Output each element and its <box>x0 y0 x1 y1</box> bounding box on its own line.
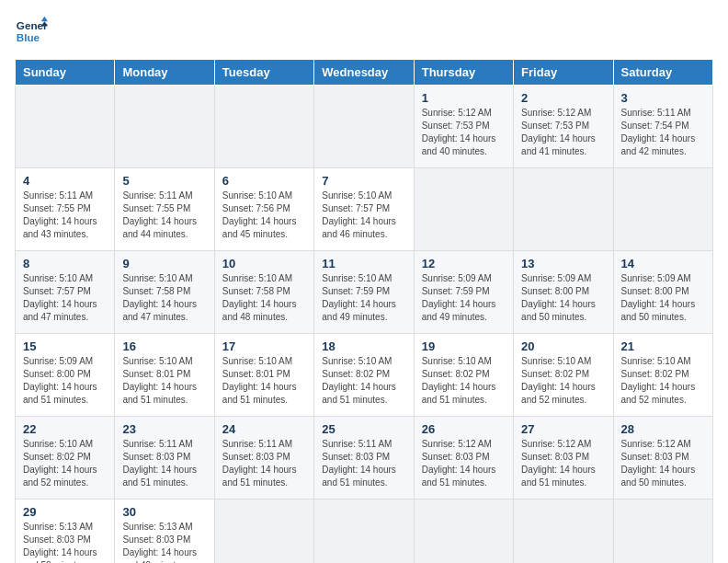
calendar-cell <box>314 86 414 168</box>
day-info: Sunrise: 5:10 AMSunset: 8:02 PMDaylight:… <box>322 356 396 405</box>
calendar-cell: 1 Sunrise: 5:12 AMSunset: 7:53 PMDayligh… <box>414 86 513 168</box>
day-info: Sunrise: 5:10 AMSunset: 7:59 PMDaylight:… <box>322 273 396 322</box>
day-info: Sunrise: 5:09 AMSunset: 8:00 PMDaylight:… <box>521 273 596 322</box>
day-number: 8 <box>23 257 107 270</box>
calendar-cell: 11 Sunrise: 5:10 AMSunset: 7:59 PMDaylig… <box>314 251 414 334</box>
day-info: Sunrise: 5:12 AMSunset: 8:03 PMDaylight:… <box>521 439 596 488</box>
day-info: Sunrise: 5:10 AMSunset: 7:57 PMDaylight:… <box>23 273 97 322</box>
week-row-4: 15 Sunrise: 5:09 AMSunset: 8:00 PMDaylig… <box>16 334 713 417</box>
day-info: Sunrise: 5:10 AMSunset: 8:01 PMDaylight:… <box>122 356 197 405</box>
week-row-1: 1 Sunrise: 5:12 AMSunset: 7:53 PMDayligh… <box>16 86 713 168</box>
header-day-thursday: Thursday <box>414 60 513 86</box>
calendar-cell: 7 Sunrise: 5:10 AMSunset: 7:57 PMDayligh… <box>314 168 414 251</box>
calendar-cell: 30 Sunrise: 5:13 AMSunset: 8:03 PMDaylig… <box>115 500 214 564</box>
header-day-wednesday: Wednesday <box>314 60 414 86</box>
calendar-cell: 27 Sunrise: 5:12 AMSunset: 8:03 PMDaylig… <box>514 417 613 500</box>
calendar-cell: 19 Sunrise: 5:10 AMSunset: 8:02 PMDaylig… <box>414 334 513 417</box>
calendar-cell: 5 Sunrise: 5:11 AMSunset: 7:55 PMDayligh… <box>115 168 214 251</box>
week-row-5: 22 Sunrise: 5:10 AMSunset: 8:02 PMDaylig… <box>16 417 713 500</box>
day-info: Sunrise: 5:10 AMSunset: 7:56 PMDaylight:… <box>222 190 297 239</box>
day-number: 21 <box>621 339 705 353</box>
day-number: 18 <box>322 339 405 353</box>
day-info: Sunrise: 5:12 AMSunset: 7:53 PMDaylight:… <box>521 108 596 156</box>
day-number: 22 <box>23 422 107 436</box>
svg-text:Blue: Blue <box>17 31 40 43</box>
calendar-cell <box>214 500 313 564</box>
day-number: 7 <box>322 174 405 188</box>
calendar-cell: 24 Sunrise: 5:11 AMSunset: 8:03 PMDaylig… <box>214 417 313 500</box>
day-number: 13 <box>521 257 605 270</box>
day-info: Sunrise: 5:13 AMSunset: 8:03 PMDaylight:… <box>23 522 97 563</box>
calendar-cell <box>514 168 613 251</box>
day-number: 16 <box>122 339 206 353</box>
day-number: 3 <box>621 91 705 105</box>
day-number: 26 <box>422 422 506 436</box>
day-number: 11 <box>322 257 405 270</box>
calendar-cell: 26 Sunrise: 5:12 AMSunset: 8:03 PMDaylig… <box>414 417 513 500</box>
day-info: Sunrise: 5:11 AMSunset: 7:55 PMDaylight:… <box>23 190 97 239</box>
day-info: Sunrise: 5:12 AMSunset: 8:03 PMDaylight:… <box>422 439 496 488</box>
calendar-cell: 17 Sunrise: 5:10 AMSunset: 8:01 PMDaylig… <box>214 334 313 417</box>
calendar-cell: 4 Sunrise: 5:11 AMSunset: 7:55 PMDayligh… <box>16 168 115 251</box>
calendar-cell <box>115 86 214 168</box>
calendar-cell: 15 Sunrise: 5:09 AMSunset: 8:00 PMDaylig… <box>16 334 115 417</box>
week-row-3: 8 Sunrise: 5:10 AMSunset: 7:57 PMDayligh… <box>16 251 713 334</box>
day-info: Sunrise: 5:10 AMSunset: 7:58 PMDaylight:… <box>222 273 297 322</box>
week-row-6: 29 Sunrise: 5:13 AMSunset: 8:03 PMDaylig… <box>16 500 713 564</box>
day-info: Sunrise: 5:10 AMSunset: 8:02 PMDaylight:… <box>521 356 596 405</box>
day-info: Sunrise: 5:10 AMSunset: 7:58 PMDaylight:… <box>122 273 197 322</box>
calendar-cell: 13 Sunrise: 5:09 AMSunset: 8:00 PMDaylig… <box>514 251 613 334</box>
day-info: Sunrise: 5:11 AMSunset: 8:03 PMDaylight:… <box>322 439 396 488</box>
day-info: Sunrise: 5:12 AMSunset: 8:03 PMDaylight:… <box>621 439 696 488</box>
calendar-cell: 9 Sunrise: 5:10 AMSunset: 7:58 PMDayligh… <box>115 251 214 334</box>
day-number: 15 <box>23 339 107 353</box>
calendar-cell: 2 Sunrise: 5:12 AMSunset: 7:53 PMDayligh… <box>514 86 613 168</box>
calendar-cell: 14 Sunrise: 5:09 AMSunset: 8:00 PMDaylig… <box>613 251 712 334</box>
day-number: 2 <box>521 91 605 105</box>
header-day-saturday: Saturday <box>613 60 712 86</box>
week-row-2: 4 Sunrise: 5:11 AMSunset: 7:55 PMDayligh… <box>16 168 713 251</box>
calendar-cell: 20 Sunrise: 5:10 AMSunset: 8:02 PMDaylig… <box>514 334 613 417</box>
calendar-cell: 23 Sunrise: 5:11 AMSunset: 8:03 PMDaylig… <box>115 417 214 500</box>
calendar-cell <box>214 86 313 168</box>
header-day-tuesday: Tuesday <box>214 60 313 86</box>
day-number: 9 <box>122 257 206 270</box>
calendar-cell: 25 Sunrise: 5:11 AMSunset: 8:03 PMDaylig… <box>314 417 414 500</box>
header: General Blue <box>15 15 713 48</box>
calendar-cell: 18 Sunrise: 5:10 AMSunset: 8:02 PMDaylig… <box>314 334 414 417</box>
calendar-cell: 8 Sunrise: 5:10 AMSunset: 7:57 PMDayligh… <box>16 251 115 334</box>
calendar-cell <box>514 500 613 564</box>
day-info: Sunrise: 5:13 AMSunset: 8:03 PMDaylight:… <box>122 522 197 563</box>
day-info: Sunrise: 5:09 AMSunset: 7:59 PMDaylight:… <box>422 273 496 322</box>
calendar-cell: 12 Sunrise: 5:09 AMSunset: 7:59 PMDaylig… <box>414 251 513 334</box>
logo: General Blue <box>15 15 48 48</box>
calendar-table: SundayMondayTuesdayWednesdayThursdayFrid… <box>15 59 713 563</box>
header-day-sunday: Sunday <box>16 60 115 86</box>
day-info: Sunrise: 5:11 AMSunset: 7:55 PMDaylight:… <box>122 190 197 239</box>
day-info: Sunrise: 5:11 AMSunset: 8:03 PMDaylight:… <box>222 439 297 488</box>
calendar-cell: 22 Sunrise: 5:10 AMSunset: 8:02 PMDaylig… <box>16 417 115 500</box>
calendar-cell <box>613 500 712 564</box>
day-number: 29 <box>23 505 107 519</box>
day-number: 25 <box>322 422 405 436</box>
day-number: 20 <box>521 339 605 353</box>
day-number: 30 <box>122 505 206 519</box>
day-info: Sunrise: 5:10 AMSunset: 8:01 PMDaylight:… <box>222 356 297 405</box>
calendar-cell <box>613 168 712 251</box>
header-day-monday: Monday <box>115 60 214 86</box>
day-number: 12 <box>422 257 506 270</box>
calendar-cell <box>414 500 513 564</box>
day-info: Sunrise: 5:10 AMSunset: 7:57 PMDaylight:… <box>322 190 396 239</box>
day-number: 19 <box>422 339 506 353</box>
calendar-cell: 28 Sunrise: 5:12 AMSunset: 8:03 PMDaylig… <box>613 417 712 500</box>
logo-icon: General Blue <box>15 15 48 48</box>
calendar-header: SundayMondayTuesdayWednesdayThursdayFrid… <box>16 60 713 86</box>
header-day-friday: Friday <box>514 60 613 86</box>
calendar-cell <box>16 86 115 168</box>
calendar-cell: 10 Sunrise: 5:10 AMSunset: 7:58 PMDaylig… <box>214 251 313 334</box>
calendar-cell: 29 Sunrise: 5:13 AMSunset: 8:03 PMDaylig… <box>16 500 115 564</box>
day-info: Sunrise: 5:10 AMSunset: 8:02 PMDaylight:… <box>23 439 97 488</box>
day-number: 27 <box>521 422 605 436</box>
calendar-cell: 21 Sunrise: 5:10 AMSunset: 8:02 PMDaylig… <box>613 334 712 417</box>
day-number: 1 <box>422 91 506 105</box>
